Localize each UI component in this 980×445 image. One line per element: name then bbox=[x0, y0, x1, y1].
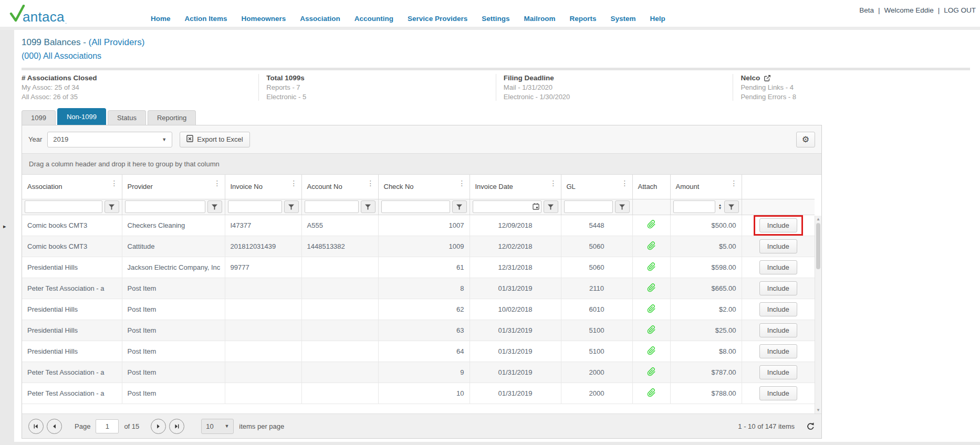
column-header-gl[interactable]: GL⋮ bbox=[561, 175, 632, 199]
nav-item-system[interactable]: System bbox=[610, 15, 635, 23]
column-header-amount[interactable]: Amount⋮ bbox=[670, 175, 742, 199]
include-button[interactable]: Include bbox=[759, 218, 797, 232]
table-row[interactable]: Presidential Hills Jackson Electric Comp… bbox=[22, 257, 815, 278]
nav-item-action-items[interactable]: Action Items bbox=[185, 15, 227, 23]
scroll-up-icon[interactable]: ▲ bbox=[815, 217, 821, 221]
association-link[interactable]: (000) All Associations bbox=[22, 51, 980, 61]
calendar-icon[interactable] bbox=[533, 203, 539, 211]
invoice-no-filter-input[interactable] bbox=[228, 200, 282, 213]
table-row[interactable]: Peter Test Association - a Post Item 9 0… bbox=[22, 362, 815, 383]
tab-reporting[interactable]: Reporting bbox=[148, 110, 196, 125]
column-menu-icon[interactable]: ⋮ bbox=[458, 179, 466, 187]
account-no-filter-button[interactable] bbox=[361, 200, 376, 213]
invoice-no-filter-button[interactable] bbox=[284, 200, 299, 213]
attachment-paperclip-icon[interactable] bbox=[647, 391, 656, 399]
table-row[interactable]: Peter Test Association - a Post Item 8 0… bbox=[22, 278, 815, 299]
attachment-paperclip-icon[interactable] bbox=[647, 265, 656, 273]
column-menu-icon[interactable]: ⋮ bbox=[731, 179, 738, 187]
provider-filter-input[interactable] bbox=[125, 200, 205, 213]
page-size-select[interactable]: 10 ▼ bbox=[201, 419, 234, 434]
include-button[interactable]: Include bbox=[759, 386, 797, 400]
table-row[interactable]: Presidential Hills Post Item 64 01/31/20… bbox=[22, 341, 815, 362]
column-header-provider[interactable]: Provider⋮ bbox=[122, 175, 225, 199]
nav-item-homeowners[interactable]: Homeowners bbox=[242, 15, 286, 23]
first-page-button[interactable] bbox=[28, 419, 44, 434]
column-header-check-no[interactable]: Check No⋮ bbox=[378, 175, 470, 199]
tab-non-1099[interactable]: Non-1099 bbox=[57, 108, 106, 125]
include-button[interactable]: Include bbox=[759, 323, 797, 337]
column-menu-icon[interactable]: ⋮ bbox=[550, 179, 557, 187]
export-to-excel-button[interactable]: Export to Excel bbox=[180, 132, 249, 147]
table-row[interactable]: Presidential Hills Post Item 63 01/31/20… bbox=[22, 320, 815, 341]
attachment-paperclip-icon[interactable] bbox=[647, 349, 656, 357]
nav-item-reports[interactable]: Reports bbox=[569, 15, 596, 23]
next-page-button[interactable] bbox=[151, 419, 166, 434]
include-button[interactable]: Include bbox=[759, 239, 797, 253]
column-header-association[interactable]: Association⋮ bbox=[22, 175, 122, 199]
external-link-icon[interactable] bbox=[764, 75, 771, 82]
association-cell: Presidential Hills bbox=[27, 305, 78, 313]
tab-status[interactable]: Status bbox=[108, 110, 146, 125]
table-row[interactable]: Peter Test Association - a Post Item 10 … bbox=[22, 383, 815, 404]
association-filter-input[interactable] bbox=[25, 200, 102, 213]
column-menu-icon[interactable]: ⋮ bbox=[621, 179, 629, 187]
amount-filter-input[interactable] bbox=[673, 200, 715, 213]
column-menu-icon[interactable]: ⋮ bbox=[214, 179, 221, 187]
gl-filter-input[interactable] bbox=[564, 200, 613, 213]
page-number-input[interactable] bbox=[96, 419, 119, 433]
nav-item-mailroom[interactable]: Mailroom bbox=[524, 15, 555, 23]
association-filter-button[interactable] bbox=[105, 200, 119, 213]
refresh-icon[interactable] bbox=[806, 422, 815, 431]
scrollbar-thumb[interactable] bbox=[816, 223, 820, 269]
logout-link[interactable]: LOG OUT bbox=[944, 6, 976, 14]
column-menu-icon[interactable]: ⋮ bbox=[111, 179, 118, 187]
table-row[interactable]: Comic books CMT3 Cattitude 201812031439 … bbox=[22, 236, 815, 257]
attachment-paperclip-icon[interactable] bbox=[647, 370, 656, 378]
nav-item-settings[interactable]: Settings bbox=[482, 15, 509, 23]
check-no-filter-button[interactable] bbox=[452, 200, 467, 213]
gl-filter-button[interactable] bbox=[615, 200, 630, 213]
vertical-scrollbar[interactable]: ▲ ▼ bbox=[815, 216, 821, 414]
previous-page-button[interactable] bbox=[47, 419, 62, 434]
include-button[interactable]: Include bbox=[759, 365, 797, 379]
column-menu-icon[interactable]: ⋮ bbox=[367, 179, 374, 187]
invoice-date-cell: 12/02/2018 bbox=[498, 242, 532, 250]
attachment-paperclip-icon[interactable] bbox=[647, 307, 656, 315]
check-no-filter-input[interactable] bbox=[381, 200, 450, 213]
column-header-account-no[interactable]: Account No⋮ bbox=[301, 175, 378, 199]
year-select[interactable]: 2019 ▼ bbox=[47, 132, 172, 147]
grid-settings-button[interactable]: ⚙ bbox=[796, 132, 815, 147]
nav-item-service-providers[interactable]: Service Providers bbox=[408, 15, 467, 23]
amount-stepper[interactable]: ▲▼ bbox=[718, 204, 722, 210]
attachment-paperclip-icon[interactable] bbox=[647, 222, 656, 230]
all-providers-link[interactable]: (All Providers) bbox=[89, 37, 145, 47]
include-button[interactable]: Include bbox=[759, 260, 797, 274]
amount-filter-button[interactable] bbox=[724, 200, 739, 213]
sidebar-expand-arrow-icon[interactable]: ▸ bbox=[3, 223, 6, 230]
scroll-down-icon[interactable]: ▼ bbox=[815, 408, 821, 412]
invoice-date-filter-button[interactable] bbox=[544, 200, 558, 213]
include-button[interactable]: Include bbox=[759, 302, 797, 316]
vantaca-logo[interactable]: antaca . bbox=[9, 5, 67, 25]
last-page-button[interactable] bbox=[169, 419, 184, 434]
include-button[interactable]: Include bbox=[759, 344, 797, 358]
nav-item-help[interactable]: Help bbox=[650, 15, 665, 23]
invoice-date-filter-input[interactable] bbox=[473, 200, 541, 213]
attachment-paperclip-icon[interactable] bbox=[647, 328, 656, 336]
account-no-filter-input[interactable] bbox=[305, 200, 359, 213]
provider-filter-button[interactable] bbox=[207, 200, 222, 213]
column-header-invoice-date[interactable]: Invoice Date⋮ bbox=[470, 175, 561, 199]
attachment-paperclip-icon[interactable] bbox=[647, 286, 656, 294]
include-button[interactable]: Include bbox=[759, 281, 797, 295]
table-row[interactable]: Presidential Hills Post Item 62 10/02/20… bbox=[22, 299, 815, 320]
column-header-invoice-no[interactable]: Invoice No⋮ bbox=[225, 175, 301, 199]
group-by-bar[interactable]: Drag a column header and drop it here to… bbox=[22, 154, 821, 175]
nav-item-accounting[interactable]: Accounting bbox=[355, 15, 393, 23]
tab-1099[interactable]: 1099 bbox=[22, 110, 56, 125]
attachment-paperclip-icon[interactable] bbox=[647, 244, 656, 252]
nav-item-association[interactable]: Association bbox=[300, 15, 340, 23]
column-menu-icon[interactable]: ⋮ bbox=[290, 179, 298, 187]
nav-item-home[interactable]: Home bbox=[151, 15, 171, 23]
table-row[interactable]: Comic books CMT3 Checkers Cleaning I4737… bbox=[22, 215, 815, 236]
beta-link[interactable]: Beta bbox=[859, 6, 874, 14]
